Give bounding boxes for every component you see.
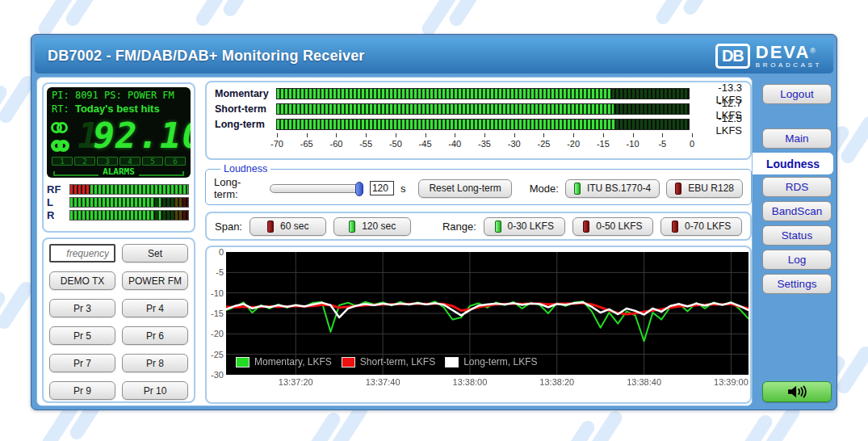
preset-button-7[interactable]: Pr 7 bbox=[49, 354, 115, 372]
scale-tick-label: -5 bbox=[658, 139, 666, 149]
x-axis-tick-label: 13:38:40 bbox=[627, 377, 661, 387]
preset-panel: Set DEMO TX POWER FM Pr 3 Pr 4 Pr 5 Pr 6… bbox=[42, 237, 195, 403]
watermark-logo bbox=[662, 0, 740, 34]
chart-y-axis-labels: 0-5-10-15-20-25-30 bbox=[208, 252, 224, 375]
stereo-icon bbox=[51, 121, 78, 136]
y-axis-tick-label: -25 bbox=[211, 350, 224, 359]
right-audio-meter-label: R bbox=[47, 209, 69, 221]
watermark-logo bbox=[565, 408, 643, 441]
scale-tick-label: -15 bbox=[597, 139, 610, 149]
logout-button[interactable]: Logout bbox=[762, 84, 832, 104]
meter-scale: -70-65-60-55-50-45-40-35-30-25-20-15-10-… bbox=[277, 133, 692, 158]
rf-level-meter bbox=[69, 184, 189, 195]
left-audio-meter-label: L bbox=[47, 196, 69, 208]
scale-tick bbox=[514, 133, 515, 137]
scale-tick bbox=[603, 133, 604, 137]
ps-label: PS: bbox=[104, 90, 122, 101]
long-term-meter-label: Long-term bbox=[207, 119, 276, 130]
span-120sec-button[interactable]: 120 sec bbox=[333, 217, 410, 236]
radiotext-value: Today's best hits bbox=[75, 103, 160, 115]
y-axis-tick-label: -5 bbox=[216, 267, 224, 277]
preset-button-power-fm[interactable]: POWER FM bbox=[122, 271, 188, 290]
chart-x-axis-labels: 13:37:2013:37:4013:38:0013:38:2013:38:40… bbox=[226, 377, 748, 390]
scale-tick bbox=[484, 133, 485, 137]
preset-button-6[interactable]: Pr 6 bbox=[122, 326, 188, 345]
alarm-indicator: 1 bbox=[52, 157, 73, 166]
frequency-input[interactable] bbox=[49, 244, 115, 262]
legend-swatch-icon bbox=[236, 357, 249, 368]
preset-button-3[interactable]: Pr 3 bbox=[49, 299, 115, 317]
legend-label: Short-term, LKFS bbox=[360, 356, 435, 368]
title-bar: DB7002 - FM/DAB/DAB+ Monitoring Receiver… bbox=[35, 38, 833, 74]
alarm-indicator: 5 bbox=[142, 157, 163, 166]
set-button[interactable]: Set bbox=[122, 244, 188, 262]
sidebar-item-status[interactable]: Status bbox=[762, 225, 832, 246]
alarms-label: ALARMS bbox=[99, 167, 139, 176]
long-term-slider[interactable] bbox=[270, 184, 363, 193]
mode-ebu-led-icon bbox=[675, 183, 681, 195]
preset-button-4[interactable]: Pr 4 bbox=[122, 299, 188, 317]
range-0-30-led-icon bbox=[495, 220, 501, 233]
scale-tick bbox=[692, 133, 693, 137]
preset-button-10[interactable]: Pr 10 bbox=[122, 381, 188, 400]
sidebar-item-bandscan[interactable]: BandScan bbox=[762, 201, 832, 221]
scale-tick bbox=[662, 133, 663, 137]
span-label: Span: bbox=[215, 220, 242, 233]
legend-swatch-icon bbox=[445, 357, 459, 368]
loudness-meter-panel: Momentary -13.3 LKFS Short-term -12.7 LK… bbox=[205, 81, 752, 160]
sidebar-item-settings[interactable]: Settings bbox=[762, 274, 832, 294]
range-0-30-button[interactable]: 0-30 LKFS bbox=[484, 217, 565, 236]
range-0-70-button[interactable]: 0-70 LKFS bbox=[660, 217, 742, 236]
x-axis-tick-label: 13:38:00 bbox=[453, 377, 488, 387]
sidebar-item-log[interactable]: Log bbox=[762, 250, 832, 270]
y-axis-tick-label: -30 bbox=[211, 370, 224, 380]
long-term-label: Long-term: bbox=[214, 176, 263, 200]
rds-icon bbox=[51, 140, 78, 155]
mode-itu-bs1770-button[interactable]: ITU BS.1770-4 bbox=[565, 179, 660, 198]
y-axis-tick-label: -20 bbox=[211, 329, 224, 338]
audio-listen-button[interactable] bbox=[762, 381, 832, 402]
ps-value: POWER FM bbox=[128, 90, 174, 101]
sidebar-item-main[interactable]: Main bbox=[762, 128, 832, 149]
legend-item: Momentary, LKFS bbox=[236, 356, 332, 368]
range-0-70-led-icon bbox=[672, 220, 678, 233]
long-term-meter-bar bbox=[276, 119, 690, 130]
scale-tick bbox=[396, 133, 396, 137]
rf-meter-label: RF bbox=[47, 183, 69, 195]
scale-tick bbox=[307, 133, 308, 137]
scale-tick-label: -45 bbox=[419, 139, 432, 149]
slider-thumb[interactable] bbox=[355, 182, 363, 196]
rt-label: RT: bbox=[52, 103, 69, 115]
reset-long-term-button[interactable]: Reset Long-term bbox=[418, 179, 511, 198]
span-60sec-led-icon bbox=[267, 220, 274, 233]
preset-button-8[interactable]: Pr 8 bbox=[122, 354, 188, 372]
range-label: Range: bbox=[442, 220, 476, 233]
short-term-meter-label: Short-term bbox=[207, 103, 276, 115]
scale-tick-label: -35 bbox=[478, 139, 491, 149]
scale-tick-label: -40 bbox=[448, 139, 461, 149]
range-0-50-button[interactable]: 0-50 LKFS bbox=[572, 217, 654, 236]
long-term-seconds-input[interactable] bbox=[370, 181, 394, 195]
receiver-display-panel: PI: 8091 PS: POWER FM RT: Today's best h… bbox=[42, 82, 195, 233]
scale-tick-label: -55 bbox=[359, 139, 372, 149]
mode-itu-led-icon bbox=[574, 183, 581, 195]
sidebar-item-loudness[interactable]: Loudness bbox=[753, 153, 833, 174]
sidebar-item-rds[interactable]: RDS bbox=[762, 177, 832, 197]
scale-tick bbox=[633, 133, 634, 137]
scale-tick-label: -20 bbox=[567, 139, 580, 149]
preset-button-9[interactable]: Pr 9 bbox=[49, 381, 115, 400]
mode-ebu-r128-button[interactable]: EBU R128 bbox=[666, 179, 743, 198]
x-axis-tick-label: 13:39:00 bbox=[714, 377, 748, 387]
short-term-meter-bar bbox=[276, 103, 690, 115]
momentary-meter-label: Momentary bbox=[207, 88, 276, 99]
scale-tick-label: -50 bbox=[389, 139, 402, 149]
span-range-panel: Span: 60 sec 120 sec Range: 0-30 LKFS 0-… bbox=[205, 212, 752, 241]
long-term-meter-value: -12.5 LKFS bbox=[690, 112, 750, 136]
loudness-fieldset: Loudness Long-term: s Reset Long-term Mo… bbox=[205, 163, 752, 205]
right-audio-level-meter bbox=[69, 210, 189, 220]
preset-button-5[interactable]: Pr 5 bbox=[49, 326, 115, 345]
pi-value: 8091 bbox=[75, 90, 99, 101]
preset-button-demo-tx[interactable]: DEMO TX bbox=[49, 271, 115, 290]
scale-tick-label: -70 bbox=[270, 139, 283, 149]
span-60sec-button[interactable]: 60 sec bbox=[249, 217, 326, 236]
